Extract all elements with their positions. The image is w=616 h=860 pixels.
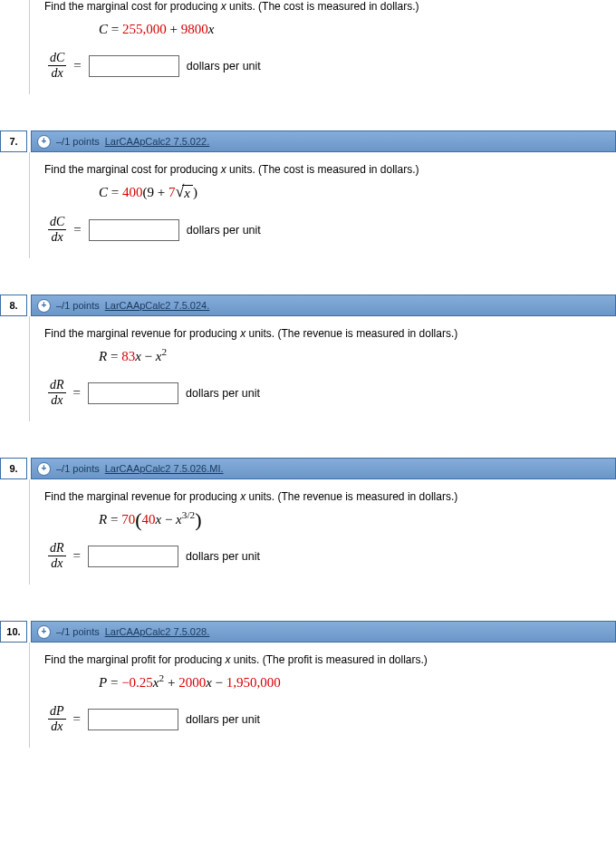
formula-x1: x [135,349,141,363]
radicand: x [182,185,193,201]
formula: R = 70(40x − x3/2) [99,512,607,527]
question-content: Find the marginal revenue for producing … [29,316,616,421]
equals-sign: = [73,548,81,564]
unit-label: dollars per unit [187,60,261,72]
answer-input[interactable] [89,219,179,241]
points-text: –/1 points [56,463,100,474]
deriv-top: dC [48,52,66,66]
sqrt-expression: √x [175,185,193,201]
prompt-part-a: Find the marginal revenue for producing [44,490,240,503]
formula-lhs: R [99,512,107,527]
deriv-top: dR [48,379,66,393]
formula-const-a: 70 [121,512,135,527]
formula-x2: x [176,512,182,527]
formula-plus: + [167,22,181,36]
prompt-part-a: Find the marginal cost for producing [44,163,221,176]
formula-const-b: 2000 [178,675,206,690]
equals-sign: = [73,385,81,401]
formula-eq: = [107,512,121,527]
formula-const-a: 400 [122,185,143,199]
deriv-bot: dx [52,230,63,244]
formula-eq: = [108,22,122,36]
unit-label: dollars per unit [187,224,261,237]
formula-const-b: 9800 [181,22,208,36]
equals-sign: = [73,711,81,727]
expand-icon[interactable]: + [37,462,51,476]
unit-label: dollars per unit [186,387,260,400]
points-text: –/1 points [56,300,100,311]
question-6: Find the marginal cost for producing x u… [0,0,616,94]
prompt-part-b: units. (The revenue is measured in dolla… [245,490,457,503]
formula: R = 83x − x2 [99,349,607,364]
formula-x: x [208,22,215,36]
points-text: –/1 points [56,136,100,147]
answer-row: dC dx = dollars per unit [48,216,607,244]
derivative-symbol: dC dx [48,216,66,244]
big-paren-open: ( [135,508,141,531]
question-header-bar: + –/1 points LarCAApCalc2 7.5.022. [31,130,616,152]
question-number: 10. [0,621,27,643]
deriv-top: dC [48,216,66,230]
formula-x1: x [153,675,159,690]
prompt-part-a: Find the marginal cost for producing [44,0,221,13]
prompt-part-b: units. (The profit is measured in dollar… [230,653,427,666]
answer-input[interactable] [89,55,179,77]
formula-minus: − [141,349,156,363]
formula: C = 400(9 + 7√x) [99,185,607,201]
answer-row: dP dx = dollars per unit [48,705,607,733]
unit-label: dollars per unit [186,713,260,726]
answer-input[interactable] [88,546,178,567]
formula-minus: − [212,675,226,690]
question-9: 9. + –/1 points LarCAApCalc2 7.5.026.MI.… [0,458,616,585]
formula-const-a: 255,000 [122,22,167,36]
points-text: –/1 points [56,626,100,637]
answer-input[interactable] [88,382,178,404]
formula-minus: − [161,512,176,527]
formula-eq: = [107,675,121,690]
deriv-bot: dx [51,720,63,733]
reference-link[interactable]: LarCAApCalc2 7.5.026.MI. [105,463,224,474]
prompt-text: Find the marginal revenue for producing … [44,490,607,503]
expand-icon[interactable]: + [37,135,51,149]
question-7: 7. + –/1 points LarCAApCalc2 7.5.022. Fi… [0,130,616,258]
formula-const-a: 83 [121,349,135,363]
formula-const-c: 1,950,000 [226,675,281,690]
big-paren-close: ) [195,508,201,531]
deriv-top: dP [48,705,66,720]
reference-link[interactable]: LarCAApCalc2 7.5.028. [105,626,210,637]
derivative-symbol: dR dx [48,379,66,407]
formula-x2: x [206,675,212,690]
question-number: 7. [0,130,27,152]
prompt-text: Find the marginal revenue for producing … [44,327,607,340]
question-10: 10. + –/1 points LarCAApCalc2 7.5.028. F… [0,621,616,748]
formula-inner-a: 40 [141,512,155,527]
expand-icon[interactable]: + [37,299,51,313]
question-header: 8. + –/1 points LarCAApCalc2 7.5.024. [0,295,616,316]
formula-eq: = [107,349,121,363]
answer-input[interactable] [88,709,178,730]
deriv-bot: dx [51,393,63,407]
answer-row: dR dx = dollars per unit [48,379,607,407]
expand-icon[interactable]: + [37,625,51,639]
question-content: Find the marginal cost for producing x u… [29,0,616,94]
deriv-bot: dx [51,556,63,570]
formula: C = 255,000 + 9800x [99,22,607,37]
prompt-part-a: Find the marginal profit for producing [44,653,225,666]
formula-lhs: C [99,22,108,36]
formula-eq: = [108,185,122,199]
question-header: 10. + –/1 points LarCAApCalc2 7.5.028. [0,621,616,643]
formula-plus: + [164,675,178,690]
question-header-bar: + –/1 points LarCAApCalc2 7.5.026.MI. [31,458,616,479]
question-content: Find the marginal revenue for producing … [29,479,616,585]
question-number: 9. [0,458,27,479]
reference-link[interactable]: LarCAApCalc2 7.5.022. [105,136,210,147]
question-number: 8. [0,295,27,316]
formula: P = −0.25x2 + 2000x − 1,950,000 [99,675,607,691]
question-header-bar: + –/1 points LarCAApCalc2 7.5.024. [31,295,616,316]
prompt-text: Find the marginal profit for producing x… [44,653,607,666]
formula-const-b: 7 [168,185,176,199]
reference-link[interactable]: LarCAApCalc2 7.5.024. [105,300,210,311]
prompt-part-b: units. (The cost is measured in dollars.… [226,163,419,176]
prompt-part-b: units. (The revenue is measured in dolla… [245,327,457,340]
equals-sign: = [73,222,81,237]
